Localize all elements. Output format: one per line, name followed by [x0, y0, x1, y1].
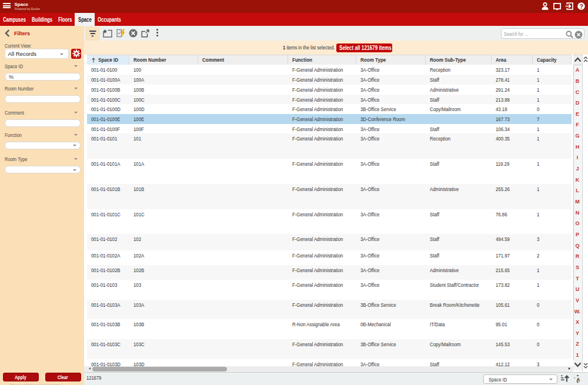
svg-text:?: ?	[579, 3, 583, 10]
svg-text:A: A	[576, 376, 580, 382]
